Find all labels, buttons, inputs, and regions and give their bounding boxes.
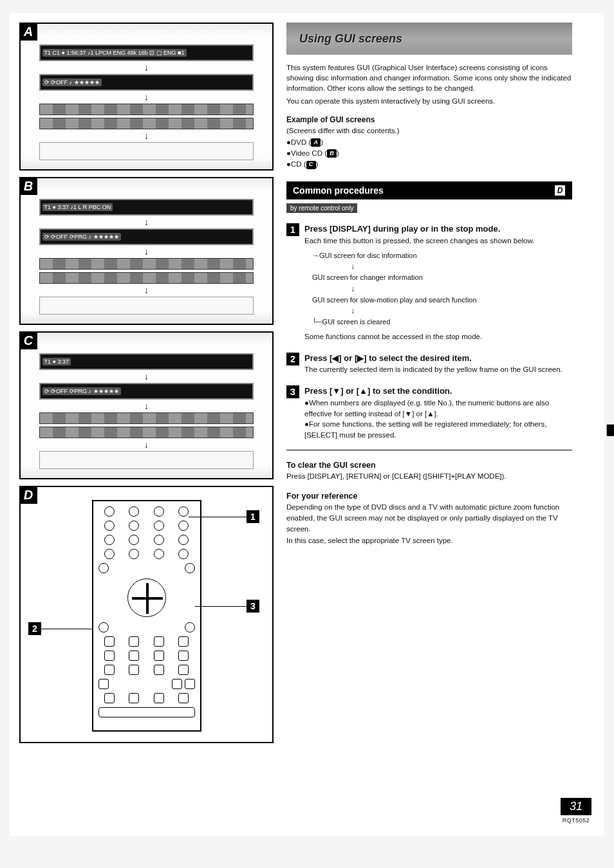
flow-item: GUI screen is cleared — [322, 318, 391, 326]
down-arrow-icon: ↓ — [27, 248, 266, 255]
remote-control-diagram — [92, 500, 201, 732]
flow-item: GUI screen for disc information — [319, 252, 417, 259]
down-arrow-icon: ↓ — [27, 218, 266, 226]
gui-bar-text: T1 ● 3:37 ♪1 L R PBC ON — [42, 203, 113, 211]
clear-heading: To clear the GUI screen — [286, 461, 572, 470]
section-title: Common procedures — [293, 185, 384, 196]
gui-bar-text: T1 ● 3:37 — [42, 358, 71, 365]
gui-example-panel-a: A T1 C1 ● 1:56:37 ♪1 LPCM ENG 48k 16b ⊡ … — [19, 23, 274, 171]
ref-badge-icon: C — [306, 161, 316, 169]
example-item: ●DVD (A) — [286, 137, 572, 148]
panel-label-b: B — [19, 177, 37, 195]
down-arrow-icon: ↓ — [27, 286, 266, 294]
step-bullet: ●For some functions, the setting will be… — [304, 419, 572, 440]
example-item: ●Video CD (B) — [286, 148, 572, 159]
gui-strip — [39, 272, 254, 284]
tab-marker-icon — [607, 425, 614, 436]
clear-text: Press [DISPLAY], [RETURN] or [CLEAR] ([S… — [286, 471, 572, 482]
gui-bar: ⟳ ⟳OFF ♪ ★★★★★ — [39, 74, 254, 91]
down-arrow-icon: ↓ — [27, 373, 266, 380]
down-arrow-icon: ↓ — [351, 305, 572, 317]
step-text: Each time this button is pressed, the sc… — [304, 235, 572, 246]
reference-text: In this case, select the appropriate TV … — [286, 535, 572, 546]
ref-badge-icon: B — [327, 149, 337, 158]
step-tail: Some functions cannot be accessed in the… — [304, 331, 572, 342]
step-2: 2 Press [◀] or [▶] to select the desired… — [286, 353, 572, 376]
example-heading: Example of GUI screens — [286, 115, 572, 124]
flow-item: GUI screen for changer information — [312, 273, 423, 281]
ref-badge-icon: D — [554, 185, 566, 196]
intro-text: This system features GUI (Graphical User… — [286, 62, 572, 93]
step-title: Press [▼] or [▲] to set the condition. — [304, 385, 572, 398]
example-note: (Screens differ with disc contents.) — [286, 125, 572, 136]
down-arrow-icon: ↓ — [27, 64, 266, 71]
section-bar: Common procedures D — [286, 181, 572, 199]
step-number-icon: 3 — [286, 385, 299, 398]
panel-label-a: A — [19, 23, 37, 41]
step-title: Press [DISPLAY] during play or in the st… — [304, 223, 572, 235]
gui-bar-text: ⟳ ⟳OFF ♪ ★★★★★ — [42, 78, 102, 86]
panel-label-d: D — [19, 486, 37, 504]
gui-example-panel-c: C T1 ● 3:37 ↓ ⟳ ⟳OFF ⟳PRG ♪ ★★★★★ ↓ ↓ — [19, 331, 274, 479]
step-title: Press [◀] or [▶] to select the desired i… — [304, 353, 572, 365]
dpad-icon — [127, 578, 166, 617]
down-arrow-icon: ↓ — [351, 261, 572, 272]
step-number-icon: 2 — [286, 353, 299, 365]
callout-2: 2 — [28, 622, 41, 635]
down-arrow-icon: ↓ — [351, 283, 572, 295]
gui-bar: T1 ● 3:37 ♪1 L R PBC ON — [39, 199, 254, 216]
gui-blank — [39, 297, 254, 315]
step-bullet: ●When numbers are displayed (e.g. title … — [304, 398, 572, 419]
step-number-icon: 1 — [286, 223, 299, 236]
gui-blank — [39, 142, 254, 160]
step-3: 3 Press [▼] or [▲] to set the condition.… — [286, 385, 572, 441]
gui-bar-text: ⟳ ⟳OFF ⟳PRG ♪ ★★★★★ — [42, 387, 121, 395]
panel-label-c: C — [19, 331, 37, 349]
gui-bar: T1 ● 3:37 — [39, 353, 254, 370]
gui-strip — [39, 427, 254, 438]
gui-example-panel-b: B T1 ● 3:37 ♪1 L R PBC ON ↓ ⟳ ⟳OFF ⟳PRG … — [19, 177, 274, 325]
gui-blank — [39, 451, 254, 469]
down-arrow-icon: ↓ — [27, 132, 266, 140]
page-title: Using GUI screens — [299, 32, 402, 46]
reference-heading: For your reference — [286, 492, 572, 501]
gui-bar: ⟳ ⟳OFF ⟳PRG ♪ ★★★★★ — [39, 228, 254, 245]
ref-badge-icon: A — [311, 138, 321, 147]
section-header: Using GUI screens — [286, 23, 572, 55]
section-tab: DVD/VIDEO CD/CD operations — [607, 425, 614, 569]
callout-3: 3 — [247, 600, 259, 613]
intro-text: You can operate this system interactivel… — [286, 96, 572, 106]
gui-strip — [39, 118, 254, 129]
down-arrow-icon: ↓ — [27, 93, 266, 101]
gui-bar: ⟳ ⟳OFF ⟳PRG ♪ ★★★★★ — [39, 383, 254, 400]
document-code: RQT5052 — [561, 817, 591, 824]
page-footer: 31 RQT5052 — [561, 798, 591, 824]
remote-only-badge: by remote control only — [286, 203, 357, 213]
flow-item: GUI screen for slow-motion play and sear… — [312, 296, 477, 304]
step-text: The currently selected item is indicated… — [304, 364, 572, 375]
gui-bar-text: T1 C1 ● 1:56:37 ♪1 LPCM ENG 48k 16b ⊡ ▢ … — [42, 49, 187, 57]
remote-panel-d: D 1 2 3 — [19, 486, 274, 743]
gui-strip — [39, 104, 254, 115]
reference-text: Depending on the type of DVD discs and a… — [286, 502, 572, 534]
gui-bar-text: ⟳ ⟳OFF ⟳PRG ♪ ★★★★★ — [42, 233, 121, 241]
gui-bar: T1 C1 ● 1:56:37 ♪1 LPCM ENG 48k 16b ⊡ ▢ … — [39, 44, 254, 61]
down-arrow-icon: ↓ — [27, 402, 266, 410]
callout-1: 1 — [247, 510, 259, 523]
page-number: 31 — [561, 798, 591, 815]
divider — [286, 450, 572, 450]
gui-strip — [39, 258, 254, 270]
down-arrow-icon: ↓ — [27, 441, 266, 448]
example-item: ●CD (C) — [286, 159, 572, 170]
step-1: 1 Press [DISPLAY] during play or in the … — [286, 223, 572, 342]
gui-strip — [39, 412, 254, 424]
